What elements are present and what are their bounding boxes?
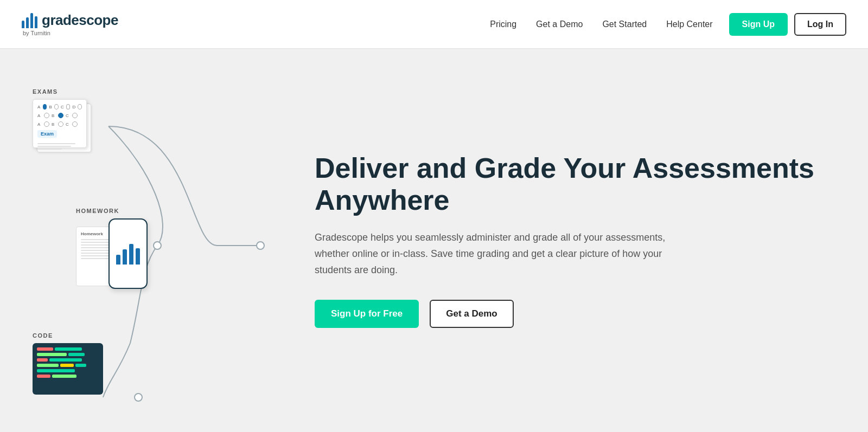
paper-front: A B C D A B C A B C Exam <box>33 99 87 148</box>
logo: gradescope by Turnitin <box>22 12 118 36</box>
logo-subtitle: by Turnitin <box>23 30 50 36</box>
hero-description: Gradescope helps you seamlessly administ… <box>315 230 673 278</box>
login-button[interactable]: Log In <box>794 13 846 36</box>
main-content: EXAMS A B C D A B C A <box>0 49 868 431</box>
svg-point-2 <box>135 394 142 401</box>
logo-icon <box>22 13 37 28</box>
navbar: gradescope by Turnitin Pricing Get a Dem… <box>0 0 868 49</box>
homework-section: HOMEWORK Homework <box>76 208 163 294</box>
signup-free-button[interactable]: Sign Up for Free <box>315 300 419 328</box>
svg-point-1 <box>257 242 264 249</box>
code-section: CODE <box>33 332 103 395</box>
nav-help-center[interactable]: Help Center <box>666 20 712 29</box>
cta-buttons: Sign Up for Free Get a Demo <box>315 300 825 328</box>
hero-title: Deliver and Grade Your Assessments Anywh… <box>315 152 825 217</box>
nav-get-a-demo[interactable]: Get a Demo <box>536 20 583 29</box>
nav-get-started[interactable]: Get Started <box>602 20 647 29</box>
signup-button[interactable]: Sign Up <box>729 13 788 36</box>
exams-label: EXAMS <box>33 88 103 95</box>
nav-links: Pricing Get a Demo Get Started Help Cent… <box>490 20 712 29</box>
hero-content: Deliver and Grade Your Assessments Anywh… <box>282 120 868 361</box>
exams-section: EXAMS A B C D A B C A <box>33 88 103 159</box>
code-label: CODE <box>33 332 103 339</box>
phone-illustration <box>108 218 148 289</box>
exam-papers-illustration: A B C D A B C A B C Exam <box>33 99 103 159</box>
homework-illustration: Homework <box>76 218 163 294</box>
logo-text: gradescope <box>42 12 118 29</box>
homework-label: HOMEWORK <box>76 208 163 214</box>
illustration-area: EXAMS A B C D A B C A <box>0 61 282 419</box>
exam-tag: Exam <box>37 130 57 138</box>
nav-pricing[interactable]: Pricing <box>490 20 516 29</box>
phone-chart-icon <box>116 243 140 265</box>
code-illustration <box>33 343 103 395</box>
get-demo-button[interactable]: Get a Demo <box>430 300 513 328</box>
